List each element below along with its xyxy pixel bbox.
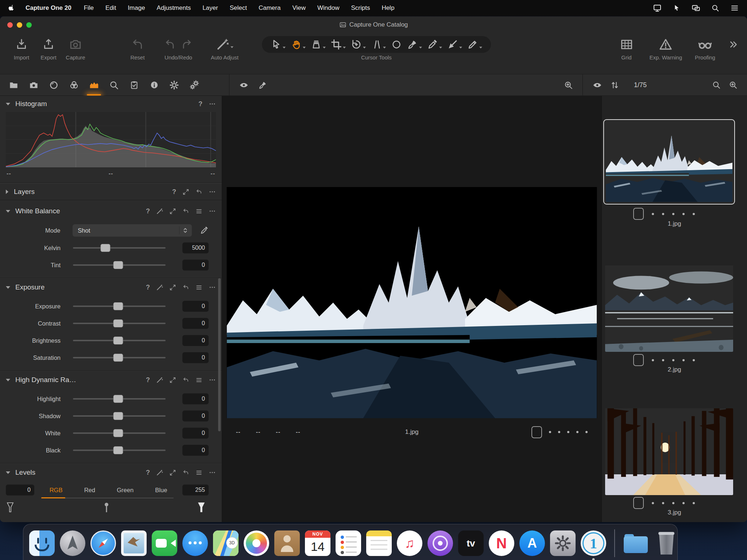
- collapse-chevron-icon[interactable]: [6, 471, 10, 474]
- select-checkbox[interactable]: [633, 354, 644, 366]
- thumbnail-1[interactable]: [603, 119, 735, 205]
- toolbar-overflow-button[interactable]: [728, 36, 739, 53]
- levels-mid-handle[interactable]: [103, 502, 110, 513]
- shadow-slider[interactable]: [73, 415, 166, 417]
- select-checkbox[interactable]: [531, 426, 542, 438]
- collapse-chevron-icon[interactable]: [6, 210, 10, 213]
- loupe-tool[interactable]: [310, 38, 326, 51]
- tab-exposure[interactable]: [84, 74, 104, 96]
- dock-calendar-icon[interactable]: NOV 14: [305, 530, 330, 556]
- auto-adjust-button[interactable]: Auto Adjust: [211, 36, 239, 61]
- menu-window[interactable]: Window: [317, 4, 339, 12]
- stepper-icon[interactable]: [179, 226, 189, 234]
- expand-panel-icon[interactable]: [169, 377, 176, 384]
- layers-header[interactable]: Layers ?: [0, 183, 222, 200]
- auto-wand-icon[interactable]: [156, 377, 163, 384]
- menu-image[interactable]: Image: [128, 4, 145, 12]
- dock-mail-icon[interactable]: [121, 530, 147, 556]
- rating-dot[interactable]: [549, 431, 551, 433]
- reset-panel-icon[interactable]: [196, 188, 202, 195]
- auto-wand-icon[interactable]: [156, 469, 163, 476]
- tint-value[interactable]: 0: [182, 260, 209, 271]
- kelvin-slider[interactable]: [73, 247, 166, 249]
- dock-contacts-icon[interactable]: [274, 530, 300, 556]
- panel-scrollbar[interactable]: [218, 278, 221, 431]
- exposure-slider[interactable]: [73, 306, 166, 307]
- collapse-chevron-icon[interactable]: [6, 379, 10, 381]
- black-value[interactable]: 0: [182, 445, 209, 456]
- rating-dot[interactable]: [672, 213, 674, 215]
- dock-system-preferences-icon[interactable]: [550, 530, 576, 556]
- levels-header[interactable]: Levels ?: [0, 464, 222, 481]
- reset-panel-icon[interactable]: [182, 284, 189, 291]
- browser-eye-icon[interactable]: [592, 80, 602, 90]
- black-slider[interactable]: [73, 450, 166, 451]
- draw-mask-tool[interactable]: [406, 38, 423, 51]
- collapse-chevron-icon[interactable]: [6, 286, 10, 289]
- redo-icon[interactable]: [181, 38, 193, 51]
- erase-mask-tool[interactable]: [467, 38, 483, 51]
- levels-channel-rgb[interactable]: RGB: [50, 487, 63, 494]
- slider-handle[interactable]: [113, 395, 123, 403]
- zoom-window-button[interactable]: [26, 22, 32, 28]
- rating-dot[interactable]: [662, 502, 664, 504]
- pan-tool[interactable]: [290, 38, 306, 51]
- rating-dot[interactable]: [576, 431, 578, 433]
- thumbnail-3[interactable]: [605, 408, 733, 495]
- highlight-slider[interactable]: [73, 398, 166, 400]
- dock-capture-one-icon[interactable]: 1: [581, 530, 606, 556]
- app-menu-title[interactable]: Capture One 20: [26, 4, 71, 12]
- rating-dot[interactable]: [682, 502, 685, 504]
- presets-icon[interactable]: [196, 208, 202, 215]
- menu-help[interactable]: Help: [382, 4, 394, 12]
- screen-mirroring-icon[interactable]: [692, 4, 700, 12]
- viewer-eye-icon[interactable]: [239, 80, 249, 90]
- import-button[interactable]: Import: [8, 36, 35, 61]
- auto-wand-icon[interactable]: [156, 284, 163, 291]
- dock-maps-icon[interactable]: 3D: [213, 530, 239, 556]
- more-options-icon[interactable]: [209, 207, 216, 215]
- dock-safari-icon[interactable]: [90, 530, 116, 556]
- menu-view[interactable]: View: [292, 4, 306, 12]
- saturation-value[interactable]: 0: [182, 352, 209, 363]
- rating-dot[interactable]: [662, 359, 664, 361]
- slider-handle[interactable]: [113, 429, 123, 437]
- proofing-button[interactable]: Proofing: [692, 36, 719, 61]
- more-options-icon[interactable]: [209, 376, 216, 384]
- rating-dot[interactable]: [672, 502, 674, 504]
- tab-adjustments[interactable]: [164, 74, 184, 96]
- brightness-slider[interactable]: [73, 340, 166, 341]
- grid-button[interactable]: Grid: [613, 36, 640, 61]
- exposure-value[interactable]: 0: [182, 301, 209, 312]
- slider-handle[interactable]: [113, 446, 123, 454]
- wb-eyedropper-icon[interactable]: [200, 226, 209, 235]
- spotlight-search-icon[interactable]: [711, 4, 719, 12]
- rating-dot[interactable]: [585, 431, 588, 433]
- brightness-value[interactable]: 0: [182, 335, 209, 346]
- exposure-warning-button[interactable]: Exp. Warning: [650, 36, 682, 61]
- dock-facetime-icon[interactable]: [152, 530, 177, 556]
- dock-reminders-icon[interactable]: [336, 530, 361, 556]
- pointer-status-icon[interactable]: [673, 4, 681, 12]
- histogram-header[interactable]: Histogram ?: [0, 96, 222, 112]
- dock-messages-icon[interactable]: [182, 530, 208, 556]
- apple-menu-icon[interactable]: [8, 4, 15, 12]
- select-checkbox[interactable]: [633, 497, 644, 509]
- presets-icon[interactable]: [196, 284, 202, 291]
- dock-music-icon[interactable]: ♫: [397, 530, 422, 556]
- rating-dot[interactable]: [672, 359, 674, 361]
- white-value[interactable]: 0: [182, 428, 209, 439]
- more-options-icon[interactable]: [209, 188, 216, 195]
- slider-handle[interactable]: [113, 337, 123, 345]
- help-icon[interactable]: ?: [172, 188, 176, 196]
- main-image[interactable]: [227, 187, 597, 418]
- undo-redo-buttons[interactable]: Undo/Redo: [158, 36, 198, 61]
- more-options-icon[interactable]: [209, 284, 216, 291]
- menu-list-icon[interactable]: [730, 4, 739, 12]
- levels-channel-blue[interactable]: Blue: [155, 487, 167, 494]
- slider-handle[interactable]: [113, 412, 123, 420]
- collapse-chevron-icon[interactable]: [6, 103, 10, 105]
- dock-notes-icon[interactable]: [366, 530, 392, 556]
- kelvin-value[interactable]: 5000: [182, 242, 209, 253]
- tab-info[interactable]: [144, 74, 164, 96]
